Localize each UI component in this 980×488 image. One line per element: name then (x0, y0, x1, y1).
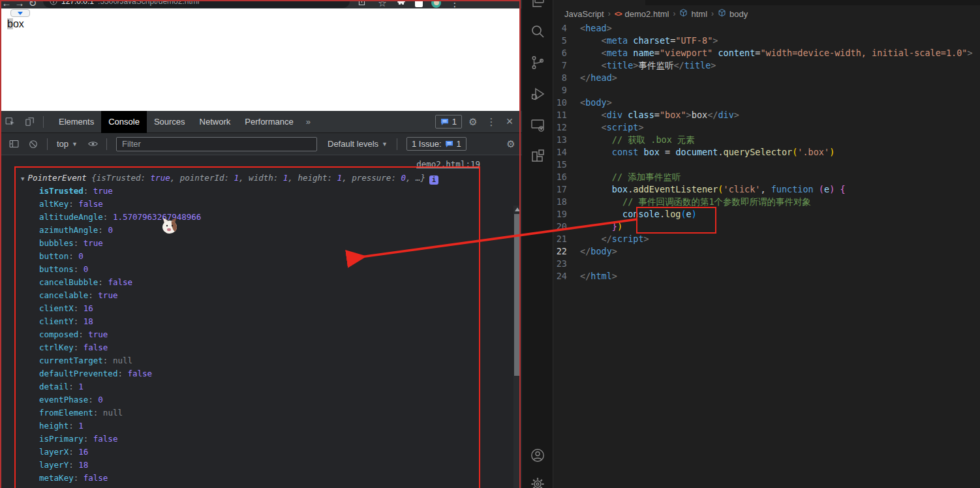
line-number[interactable]: 4 (554, 22, 580, 35)
pinned-extension-icon[interactable] (415, 0, 423, 7)
line-number[interactable]: 8 (554, 72, 580, 84)
console-property-row[interactable]: buttons: 0 (39, 263, 509, 276)
console-property-row[interactable]: height: 1 (39, 419, 509, 433)
console-property-row[interactable]: cancelable: true (39, 289, 509, 302)
console-property-row[interactable]: altKey: false (39, 198, 509, 211)
page-box-text[interactable]: box (7, 18, 24, 30)
console-property-row[interactable]: layerY: 18 (39, 459, 509, 472)
console-property-row[interactable]: defaultPrevented: false (39, 367, 509, 380)
console-property-row[interactable]: metaKey: false (39, 472, 509, 485)
console-property-row[interactable]: button: 0 (39, 250, 509, 263)
devtools-tab-performance[interactable]: Performance (237, 111, 300, 133)
code-line[interactable]: 13 // 获取 .box 元素 (554, 134, 980, 146)
console-object-preview[interactable]: ▼PointerEvent {isTrusted: true, pointerI… (21, 172, 438, 185)
line-number[interactable]: 6 (554, 47, 580, 59)
site-info-icon[interactable] (50, 0, 57, 5)
devtools-tab-elements[interactable]: Elements (52, 111, 101, 133)
settings-icon[interactable] (530, 476, 545, 488)
console-property-row[interactable]: cancelBubble: false (39, 276, 509, 289)
console-property-row[interactable]: clientX: 16 (39, 302, 509, 315)
console-property-row[interactable]: eventPhase: 0 (39, 393, 509, 406)
line-number[interactable]: 9 (554, 84, 580, 97)
code-line[interactable]: 7 <title>事件监听</title> (554, 59, 980, 72)
console-settings-icon[interactable]: ⚙ (504, 138, 518, 150)
code-line[interactable]: 10<body> (554, 97, 980, 109)
console-messages-badge[interactable]: 1 (435, 115, 462, 129)
line-number[interactable]: 16 (554, 171, 580, 183)
explorer-icon[interactable] (530, 0, 545, 10)
address-bar[interactable]: 127.0.0.1:5500/JavaScript/demo2.html (43, 0, 350, 8)
forward-icon[interactable]: → (13, 0, 26, 8)
code-line[interactable]: 19 console.log(e) (554, 208, 980, 221)
line-number[interactable]: 18 (554, 196, 580, 208)
popup-sliver[interactable] (10, 9, 30, 17)
devtools-kebab-icon[interactable]: ⋮ (484, 116, 498, 128)
devtools-close-icon[interactable]: × (502, 115, 517, 129)
code-line[interactable]: 24</html> (554, 270, 980, 282)
bookmark-star-icon[interactable]: ☆ (377, 0, 388, 8)
more-tabs-icon[interactable]: » (301, 111, 316, 133)
line-number[interactable]: 10 (554, 97, 580, 109)
clear-console-icon[interactable] (23, 136, 43, 153)
console-property-row[interactable]: bubbles: true (39, 237, 509, 250)
code-line[interactable]: 17 box.addEventListener('click', functio… (554, 183, 980, 196)
line-number[interactable]: 5 (554, 35, 580, 47)
share-icon[interactable] (355, 0, 368, 8)
run-debug-icon[interactable] (530, 86, 545, 102)
devtools-settings-icon[interactable]: ⚙ (466, 116, 480, 128)
extensions-puzzle-icon[interactable] (396, 0, 406, 8)
disclosure-triangle-icon[interactable]: ▼ (21, 175, 24, 182)
scrollbar-thumb[interactable] (514, 214, 520, 376)
breadcrumb-item-javascript[interactable]: JavaScript (564, 9, 604, 19)
console-property-row[interactable]: altitudeAngle: 1.5707963267948966 (39, 211, 509, 224)
console-property-row[interactable]: fromElement: null (39, 406, 509, 419)
remote-explorer-icon[interactable] (530, 117, 545, 133)
code-line[interactable]: 20 }) (554, 221, 980, 233)
line-number[interactable]: 12 (554, 121, 580, 134)
line-number[interactable]: 13 (554, 134, 580, 146)
line-number[interactable]: 14 (554, 146, 580, 159)
console-sidebar-icon[interactable] (4, 136, 23, 153)
console-property-row[interactable]: movementX: 0 (39, 485, 509, 488)
devtools-tab-network[interactable]: Network (192, 111, 238, 133)
breadcrumb-item-body[interactable]: body (718, 8, 748, 19)
filter-input[interactable] (116, 137, 317, 151)
console-property-row[interactable]: azimuthAngle: 0 (39, 224, 509, 237)
line-number[interactable]: 24 (554, 270, 580, 282)
object-info-icon[interactable]: i (429, 175, 438, 185)
code-line[interactable]: 21 </script> (554, 233, 980, 245)
back-icon[interactable]: ← (0, 0, 13, 8)
browser-menu-icon[interactable]: ⋮ (450, 0, 460, 8)
inspect-element-icon[interactable] (0, 114, 20, 130)
code-line[interactable]: 5 <meta charset="UTF-8"> (554, 35, 980, 47)
code-line[interactable]: 14 const box = document.querySelector('.… (554, 146, 980, 159)
source-control-icon[interactable] (530, 55, 545, 70)
code-line[interactable]: 8</head> (554, 72, 980, 84)
line-number[interactable]: 15 (554, 159, 580, 171)
console-property-row[interactable]: currentTarget: null (39, 354, 509, 367)
issues-badge[interactable]: 1 Issue: 1 (406, 137, 467, 151)
console-property-row[interactable]: detail: 1 (39, 380, 509, 393)
line-number[interactable]: 17 (554, 183, 580, 196)
live-expression-eye-icon[interactable] (83, 136, 102, 153)
devtools-tab-sources[interactable]: Sources (147, 111, 192, 133)
console-property-row[interactable]: isPrimary: false (39, 433, 509, 446)
line-number[interactable]: 19 (554, 208, 580, 221)
console-property-row[interactable]: clientY: 18 (39, 315, 509, 328)
source-link[interactable]: demo2.html:19 (416, 159, 480, 169)
line-number[interactable]: 7 (554, 59, 580, 72)
code-line[interactable]: 11 <div class="box">box</div> (554, 109, 980, 121)
code-editor-content[interactable]: 4<head>5 <meta charset="UTF-8">6 <meta n… (554, 22, 980, 488)
log-levels-selector[interactable]: Default levels ▼ (322, 139, 393, 149)
active-tab-sliver[interactable] (554, 0, 645, 5)
console-property-row[interactable]: isTrusted: true (39, 185, 509, 198)
line-number[interactable]: 21 (554, 233, 580, 245)
console-property-row[interactable]: composed: true (39, 328, 509, 341)
line-number[interactable]: 22 (554, 245, 580, 258)
code-line[interactable]: 15 (554, 159, 980, 171)
console-property-row[interactable]: layerX: 16 (39, 446, 509, 459)
console-scrollbar[interactable] (513, 206, 521, 488)
account-icon[interactable] (530, 448, 545, 463)
breadcrumb-item-html[interactable]: html (679, 8, 707, 19)
device-toolbar-icon[interactable] (20, 114, 39, 130)
